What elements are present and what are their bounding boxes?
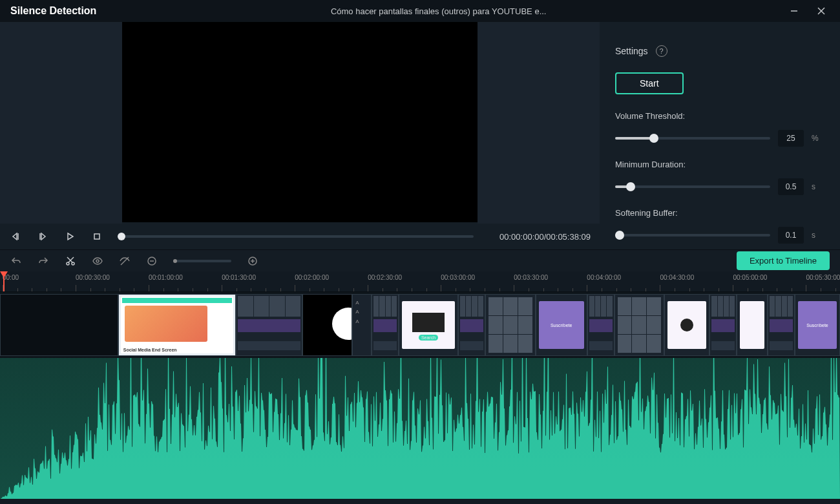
timecode-display: 00:00:00:00/00:05:38:09 <box>499 232 591 242</box>
svg-marker-3 <box>13 233 17 240</box>
audio-waveform[interactable] <box>0 358 840 499</box>
ruler-label: 00:00:30:00 <box>76 274 110 281</box>
minimum-duration-slider[interactable] <box>615 180 770 193</box>
svg-point-9 <box>67 262 69 265</box>
softening-buffer-value[interactable]: 0.1 <box>778 227 804 244</box>
timeline-clip[interactable] <box>458 294 485 356</box>
volume-threshold-value[interactable]: 25 <box>778 130 804 147</box>
timeline-clip[interactable]: Suscríbete <box>536 294 587 356</box>
timeline-clip[interactable] <box>485 294 536 356</box>
timeline-toolbar: Export to Timeline <box>0 249 840 271</box>
timeline-clip[interactable] <box>709 294 737 356</box>
softening-buffer-slider[interactable] <box>615 229 770 242</box>
softening-buffer-group: Softening Buffer: 0.1 s <box>615 208 821 244</box>
timeline-clip[interactable] <box>0 294 118 356</box>
zoom-in-button[interactable] <box>247 255 258 267</box>
settings-panel: Settings ? Start Volume Threshold: 25 % … <box>600 22 840 249</box>
ruler-label: 00:05:00:00 <box>733 274 767 281</box>
zoom-out-button[interactable] <box>146 255 158 267</box>
timeline-clip[interactable] <box>236 294 302 356</box>
volume-threshold-group: Volume Threshold: 25 % <box>615 111 821 147</box>
timeline: 00:0000:00:30:0000:01:00:0000:01:30:0000… <box>0 271 840 499</box>
timeline-clip[interactable] <box>664 294 709 356</box>
ruler-label: 00:01:00:00 <box>149 274 183 281</box>
ruler-label: 00:01:30:00 <box>222 274 256 281</box>
timeline-clip[interactable] <box>737 294 768 356</box>
timeline-clip[interactable] <box>587 294 614 356</box>
minimize-button[interactable] <box>781 2 808 20</box>
timeline-clip[interactable] <box>768 294 795 356</box>
minimum-duration-unit: s <box>812 182 821 191</box>
ruler-label: 00:04:30:00 <box>660 274 694 281</box>
preview-letterbox-left <box>0 22 122 224</box>
svg-marker-5 <box>41 233 45 240</box>
settings-heading: Settings <box>615 46 648 56</box>
ruler-label: 00:02:00:00 <box>295 274 329 281</box>
volume-threshold-label: Volume Threshold: <box>615 111 821 121</box>
zoom-slider[interactable] <box>173 260 231 262</box>
preview-letterbox-right <box>478 22 600 224</box>
preview-canvas[interactable] <box>122 22 478 222</box>
svg-rect-8 <box>94 234 100 239</box>
close-button[interactable] <box>808 2 835 20</box>
minimum-duration-group: Minimum Duration: 0.5 s <box>615 160 821 195</box>
ruler-label: 00:03:00:00 <box>441 274 475 281</box>
softening-buffer-label: Softening Buffer: <box>615 208 821 218</box>
cut-button[interactable] <box>65 255 76 267</box>
play-scrubber[interactable] <box>118 230 474 243</box>
ruler-label: 00:03:30:00 <box>514 274 548 281</box>
ruler-label: 00:02:30:00 <box>368 274 402 281</box>
preview-pane: 00:00:00:00/00:05:38:09 <box>0 22 600 249</box>
timeline-clip[interactable] <box>302 294 352 356</box>
ruler-label: 00:05:30:00 <box>806 274 840 281</box>
timeline-clip[interactable]: Search <box>399 294 458 356</box>
playbar: 00:00:00:00/00:05:38:09 <box>0 224 600 249</box>
titlebar: Silence Detection Cómo hacer pantallas f… <box>0 0 840 22</box>
undo-button[interactable] <box>10 255 22 267</box>
project-title: Cómo hacer pantallas finales (outros) pa… <box>96 6 781 16</box>
stop-button[interactable] <box>90 230 103 243</box>
next-frame-button[interactable] <box>36 230 49 243</box>
app-title: Silence Detection <box>5 5 96 17</box>
volume-threshold-unit: % <box>812 134 821 143</box>
svg-marker-7 <box>68 233 73 240</box>
hide-button[interactable] <box>119 255 131 267</box>
video-track[interactable]: Social Media End ScreenAAASearchSuscríbe… <box>0 292 840 358</box>
redo-button[interactable] <box>37 255 49 267</box>
minimum-duration-value[interactable]: 0.5 <box>778 178 804 195</box>
playhead[interactable] <box>3 271 5 292</box>
timeline-clip[interactable]: Social Media End Screen <box>118 294 236 356</box>
softening-buffer-unit: s <box>812 231 821 240</box>
minimum-duration-label: Minimum Duration: <box>615 160 821 169</box>
visibility-button[interactable] <box>92 255 103 267</box>
ruler-label: 00:04:00:00 <box>587 274 621 281</box>
start-button[interactable]: Start <box>615 72 684 94</box>
help-icon[interactable]: ? <box>656 45 667 57</box>
volume-threshold-slider[interactable] <box>615 132 770 145</box>
svg-point-13 <box>96 260 99 262</box>
time-ruler[interactable]: 00:0000:00:30:0000:01:00:0000:01:30:0000… <box>0 271 840 292</box>
timeline-clip[interactable] <box>614 294 665 356</box>
play-button[interactable] <box>63 230 76 243</box>
timeline-clip[interactable] <box>372 294 399 356</box>
svg-point-10 <box>72 262 74 265</box>
prev-frame-button[interactable] <box>9 230 22 243</box>
timeline-clip[interactable]: Suscríbete <box>795 294 840 356</box>
export-to-timeline-button[interactable]: Export to Timeline <box>737 251 830 270</box>
timeline-clip[interactable]: AAA <box>352 294 372 356</box>
